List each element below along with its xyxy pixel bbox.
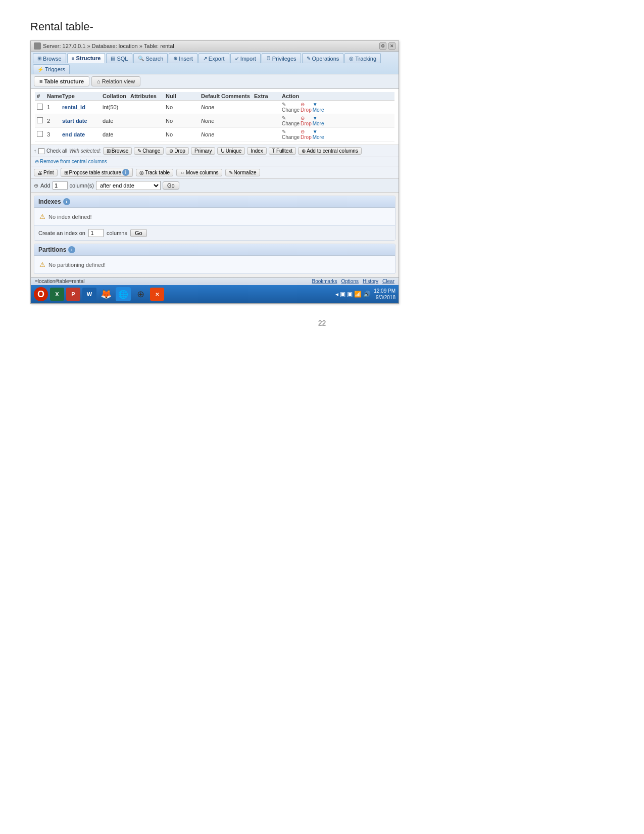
browser-window: Server: 127.0.0.1 » Database: location »… <box>30 40 399 304</box>
options-link[interactable]: Options <box>341 279 359 284</box>
taskbar-chrome[interactable]: ⊕ <box>133 287 148 301</box>
settings-btn[interactable]: ⚙ <box>379 42 386 50</box>
add-go-btn[interactable]: Go <box>163 181 179 190</box>
print-btn[interactable]: 🖨 Print <box>34 169 58 176</box>
taskbar-xampp[interactable]: ✕ <box>150 288 164 301</box>
taskbar: O X P W 🦊 🌐 ⊕ ✕ ◂ ▣ ▣ 📶 🔊 12:09 PM 9/3/2… <box>31 285 399 303</box>
position-select[interactable]: after end date at end of table at beginn… <box>96 181 161 190</box>
browse-btn[interactable]: ⊞ Browse <box>103 147 132 155</box>
status-bar: =location#table=rental Bookmarks Options… <box>31 277 399 285</box>
indexes-title: Indexes <box>38 198 61 205</box>
row3-drop-btn[interactable]: ⊖ Drop <box>301 129 312 140</box>
close-btn[interactable]: ✕ <box>388 42 395 50</box>
clear-link[interactable]: Clear <box>382 279 394 284</box>
propose-structure-btn[interactable]: ⊞ Propose table structure i <box>61 168 133 177</box>
row3-num: 3 <box>47 131 62 137</box>
tab-insert[interactable]: ⊕ Insert <box>169 53 197 63</box>
fulltext-btn[interactable]: T Fulltext <box>269 147 296 155</box>
col-name: Name <box>47 93 62 99</box>
tab-operations[interactable]: ✎ Operations <box>302 53 344 63</box>
index-btn[interactable]: Index <box>247 147 266 155</box>
tab-browse[interactable]: ⊞ Browse <box>33 53 66 63</box>
row2-checkbox[interactable] <box>37 117 47 124</box>
sql-icon: ▤ <box>111 56 115 61</box>
warning-icon: ⚠ <box>39 213 45 220</box>
page-title: Rental table- <box>30 20 614 33</box>
tab-search[interactable]: 🔍 Search <box>133 53 168 63</box>
row2-default: None <box>201 118 221 124</box>
primary-btn[interactable]: Primary <box>191 147 215 155</box>
taskbar-word[interactable]: W <box>82 288 96 301</box>
row2-num: 2 <box>47 118 62 124</box>
taskbar-firefox[interactable]: 🦊 <box>98 287 114 301</box>
status-url: =location#table=rental <box>35 279 84 284</box>
taskbar-app1[interactable]: 🌐 <box>116 287 131 301</box>
tab-privileges[interactable]: ♖ Privileges <box>262 53 301 63</box>
partitions-info-icon[interactable]: i <box>68 246 75 253</box>
titlebar-left: Server: 127.0.0.1 » Database: location »… <box>34 42 174 50</box>
check-all-label[interactable]: Check all <box>46 148 67 154</box>
add-row-bar: ⊕ Add column(s) after end date at end of… <box>31 179 399 193</box>
tab-triggers[interactable]: ⚡ Triggers <box>33 64 70 74</box>
column-headers: # Name Type Collation Attributes Null De… <box>35 92 394 101</box>
indexes-info-icon[interactable]: i <box>63 198 70 205</box>
track-table-btn[interactable]: ◎ Track table <box>136 169 173 176</box>
fulltext-icon: T <box>272 148 275 154</box>
row2-more-btn[interactable]: ▼ More <box>313 115 324 126</box>
row3-actions: ✎ Change ⊖ Drop ▼ More <box>282 129 312 140</box>
browser-titlebar: Server: 127.0.0.1 » Database: location »… <box>31 41 399 52</box>
taskbar-powerpoint[interactable]: P <box>66 288 80 301</box>
row2-name: start date <box>62 118 103 124</box>
table-structure-icon: ≡ <box>39 78 42 84</box>
remove-central-row: ⊖ Remove from central columns <box>31 157 399 166</box>
check-all-checkbox[interactable] <box>38 148 44 154</box>
privileges-icon: ♖ <box>266 56 271 61</box>
tab-export[interactable]: ↗ Export <box>199 53 229 63</box>
row1-more-btn[interactable]: ▼ More <box>313 102 324 113</box>
propose-info[interactable]: i <box>122 169 129 176</box>
row1-num: 1 <box>47 104 62 110</box>
row2-change-btn[interactable]: ✎ Change <box>282 115 300 126</box>
tracking-icon: ◎ <box>349 56 354 61</box>
create-index-go-btn[interactable]: Go <box>130 229 147 237</box>
row1-change-btn[interactable]: ✎ Change <box>282 102 300 113</box>
row3-change-btn[interactable]: ✎ Change <box>282 129 300 140</box>
structure-area: # Name Type Collation Attributes Null De… <box>31 89 399 145</box>
partitions-body: ⚠ No partitioning defined! <box>34 256 395 273</box>
index-columns-count[interactable] <box>88 229 104 237</box>
row3-checkbox[interactable] <box>37 131 47 138</box>
remove-central-link[interactable]: ⊖ Remove from central columns <box>35 159 394 164</box>
unique-icon: U <box>221 148 224 154</box>
tab-sql[interactable]: ▤ SQL <box>106 53 132 63</box>
move-columns-btn[interactable]: ↔ Move columns <box>176 169 222 176</box>
col-action: Action <box>282 93 312 99</box>
bookmarks-link[interactable]: Bookmarks <box>312 279 337 284</box>
unique-btn[interactable]: U Unique <box>217 147 245 155</box>
tab-import[interactable]: ↙ Import <box>230 53 261 63</box>
history-link[interactable]: History <box>363 279 378 284</box>
row2-type: date <box>103 118 130 124</box>
drop-btn[interactable]: ⊖ Drop <box>166 147 189 155</box>
normalize-btn[interactable]: ✎ Normalize <box>225 169 260 176</box>
subtab-table-structure[interactable]: ≡ Table structure <box>34 76 89 86</box>
import-icon: ↙ <box>235 56 239 61</box>
columns-label: column(s) <box>70 182 94 189</box>
row1-drop-btn[interactable]: ⊖ Drop <box>301 102 312 113</box>
row2-drop-btn[interactable]: ⊖ Drop <box>301 115 312 126</box>
indexes-body: ⚠ No index defined! <box>34 208 395 225</box>
add-column-count[interactable] <box>53 181 68 190</box>
page-container: Rental table- Server: 127.0.0.1 » Databa… <box>0 0 644 347</box>
row3-more-btn[interactable]: ▼ More <box>313 129 324 140</box>
taskbar-excel[interactable]: X <box>50 288 64 301</box>
row1-checkbox[interactable] <box>37 104 47 111</box>
with-selected-label: With selected: <box>69 148 101 154</box>
taskbar-opera[interactable]: O <box>34 287 48 301</box>
print-icon: 🖨 <box>37 170 42 175</box>
tab-tracking[interactable]: ◎ Tracking <box>344 53 381 63</box>
subtab-relation-view[interactable]: ⌂ Relation view <box>91 76 140 86</box>
taskbar-date: 9/3/2018 <box>374 294 395 301</box>
add-central-btn[interactable]: ⊕ Add to central columns <box>298 147 362 155</box>
change-btn[interactable]: ✎ Change <box>134 147 164 155</box>
tab-structure[interactable]: ≡ Structure <box>67 53 106 63</box>
add-central-icon: ⊕ <box>302 148 306 154</box>
